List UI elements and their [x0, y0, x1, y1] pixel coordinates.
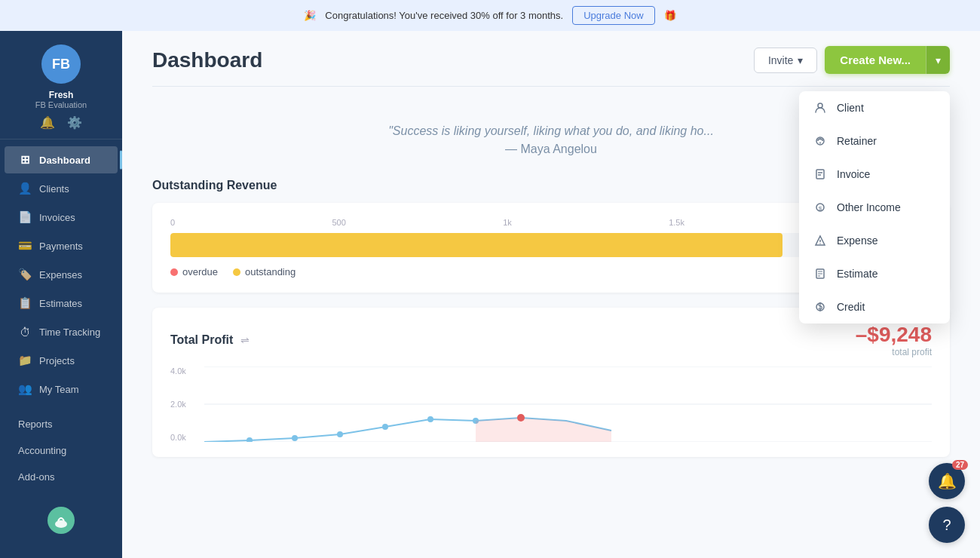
- sidebar-item-label: Add-ons: [18, 471, 54, 483]
- svg-marker-27: [476, 418, 611, 442]
- sidebar-item-label: My Team: [39, 384, 79, 395]
- banner-icon: 🎉: [304, 10, 316, 21]
- sidebar-item-projects[interactable]: 📁 Projects: [5, 347, 118, 374]
- retainer-icon: [813, 133, 828, 149]
- sidebar-top: FB Fresh FB Evaluation 🔔 ⚙️: [0, 31, 122, 140]
- svg-point-1: [818, 103, 822, 108]
- settings-gear-icon[interactable]: ⚙️: [67, 115, 82, 130]
- axis-label-1-5k: 1.5k: [669, 218, 684, 227]
- dropdown-item-credit[interactable]: Credit: [799, 290, 950, 323]
- sidebar-username: Fresh: [49, 90, 74, 100]
- dropdown-item-label: Invoice: [837, 168, 870, 180]
- sidebar-item-payments[interactable]: 💳 Payments: [5, 232, 118, 259]
- create-new-dropdown-menu: Client Retainer Invoice: [799, 91, 950, 323]
- sidebar-item-time-tracking[interactable]: ⏱ Time Tracking: [5, 318, 118, 345]
- notification-bell-icon[interactable]: 🔔: [40, 115, 55, 130]
- help-button[interactable]: ?: [929, 507, 965, 543]
- revenue-bar-container: [170, 233, 850, 257]
- sidebar-item-expenses[interactable]: 🏷️ Expenses: [5, 261, 118, 288]
- create-new-group: Create New... ▾ Client: [825, 46, 950, 74]
- sidebar-icons-row: 🔔 ⚙️: [40, 115, 82, 130]
- time-tracking-icon: ⏱: [18, 325, 32, 339]
- invoices-icon: 📄: [18, 210, 32, 224]
- sidebar-item-accounting[interactable]: Accounting: [5, 438, 118, 463]
- main-layout: FB Fresh FB Evaluation 🔔 ⚙️ ⊞ Dashboard …: [0, 31, 980, 558]
- projects-icon: 📁: [18, 354, 32, 367]
- fresh-logo: [47, 507, 75, 534]
- dropdown-item-client[interactable]: Client: [799, 91, 950, 124]
- sidebar-item-estimates[interactable]: 📋 Estimates: [5, 290, 118, 317]
- expense-icon: [813, 233, 828, 248]
- content-header: Dashboard Invite ▾ Create New... ▾: [122, 31, 980, 86]
- create-new-arrow-icon: ▾: [936, 54, 941, 66]
- chart-legend: overdue outstanding: [170, 266, 850, 277]
- dropdown-item-retainer[interactable]: Retainer: [799, 124, 950, 158]
- filter-icon[interactable]: ⇌: [240, 334, 250, 346]
- estimate-icon: [813, 266, 828, 281]
- notification-count: 27: [952, 460, 968, 470]
- sidebar-item-clients[interactable]: 👤 Clients: [5, 175, 118, 202]
- page-title: Dashboard: [152, 48, 262, 72]
- my-team-icon: 👥: [18, 382, 32, 396]
- banner-decoration: 🎁: [664, 10, 676, 21]
- y-axis-labels: 4.0k 2.0k 0.0k: [170, 366, 197, 442]
- legend-outstanding: outstanding: [233, 266, 296, 277]
- svg-point-24: [427, 416, 433, 422]
- profit-amount: –$9,248: [856, 323, 932, 347]
- sidebar-bottom: [0, 498, 122, 543]
- profit-label: total profit: [856, 347, 932, 357]
- svg-point-10: [819, 243, 820, 244]
- dropdown-item-other-income[interactable]: $ Other Income: [799, 191, 950, 224]
- sidebar-item-reports[interactable]: Reports: [5, 412, 118, 437]
- svg-rect-3: [816, 170, 824, 179]
- dropdown-item-expense[interactable]: Expense: [799, 224, 950, 257]
- svg-point-22: [337, 431, 343, 437]
- sidebar-item-label: Expenses: [39, 269, 82, 281]
- y-label-0k: 0.0k: [170, 433, 197, 442]
- notification-buttons: 🔔 27 ?: [929, 463, 965, 543]
- sidebar-item-invoices[interactable]: 📄 Invoices: [5, 204, 118, 231]
- total-profit-title: Total Profit: [170, 333, 233, 347]
- invite-button[interactable]: Invite ▾: [754, 48, 817, 73]
- upgrade-button[interactable]: Upgrade Now: [572, 6, 655, 25]
- create-new-button[interactable]: Create New...: [825, 46, 926, 74]
- outstanding-dot: [233, 268, 240, 276]
- overdue-label: overdue: [182, 266, 218, 277]
- credit-icon: [813, 299, 828, 314]
- dashboard-icon: ⊞: [18, 153, 32, 167]
- y-label-4k: 4.0k: [170, 366, 197, 376]
- sidebar-item-label: Estimates: [39, 298, 82, 309]
- sidebar: FB Fresh FB Evaluation 🔔 ⚙️ ⊞ Dashboard …: [0, 31, 122, 558]
- create-new-dropdown-button[interactable]: ▾: [926, 46, 950, 74]
- estimates-icon: 📋: [18, 296, 32, 310]
- svg-point-20: [247, 437, 253, 442]
- dropdown-item-estimate[interactable]: Estimate: [799, 257, 950, 290]
- content-area: Dashboard Invite ▾ Create New... ▾: [122, 31, 980, 558]
- revenue-axis: 0 500 1k 1.5k 2k: [170, 218, 850, 227]
- header-actions: Invite ▾ Create New... ▾: [754, 46, 950, 74]
- sidebar-item-my-team[interactable]: 👥 My Team: [5, 376, 118, 403]
- banner-text: Congratulations! You've received 30% off…: [325, 10, 563, 21]
- dropdown-item-label: Expense: [837, 235, 877, 247]
- sidebar-item-label: Reports: [18, 418, 53, 430]
- outstanding-bar: [170, 233, 782, 257]
- revenue-chart-area: 0 500 1k 1.5k 2k: [170, 218, 850, 277]
- sidebar-item-addons[interactable]: Add-ons: [5, 464, 118, 489]
- profit-header: Total Profit ⇌ –$9,248 total profit: [170, 323, 932, 357]
- sidebar-subtitle: FB Evaluation: [35, 100, 87, 109]
- axis-label-0: 0: [170, 218, 175, 227]
- dropdown-item-label: Other Income: [837, 201, 901, 213]
- expenses-icon: 🏷️: [18, 268, 32, 281]
- sidebar-item-dashboard[interactable]: ⊞ Dashboard: [5, 146, 118, 173]
- notification-button[interactable]: 🔔 27: [929, 463, 965, 499]
- svg-point-23: [382, 424, 388, 430]
- profit-total-area: –$9,248 total profit: [856, 323, 932, 357]
- dropdown-item-label: Credit: [837, 301, 865, 313]
- avatar: FB: [41, 44, 81, 84]
- dropdown-item-invoice[interactable]: Invoice: [799, 158, 950, 191]
- axis-label-500: 500: [332, 218, 345, 227]
- sidebar-item-label: Dashboard: [39, 155, 90, 166]
- top-banner: 🎉 Congratulations! You've received 30% o…: [0, 0, 980, 31]
- profit-chart-area: 4.0k 2.0k 0.0k: [170, 366, 932, 442]
- notification-icon: 🔔: [938, 472, 957, 490]
